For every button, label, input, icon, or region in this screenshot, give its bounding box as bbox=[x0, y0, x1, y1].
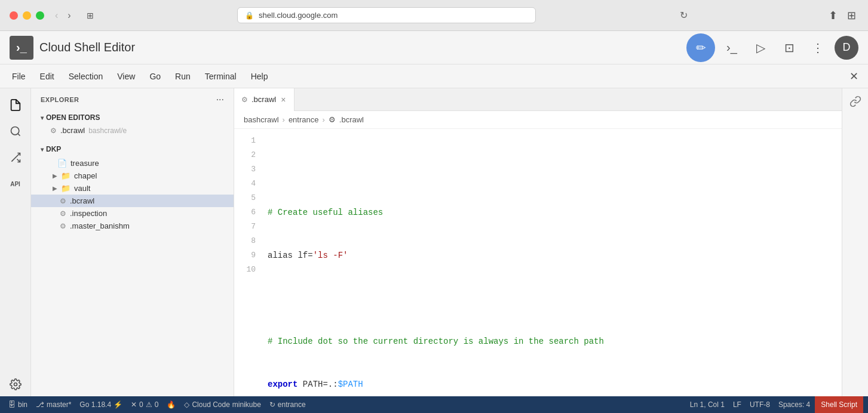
open-editor-filename: .bcrawl bbox=[60, 126, 85, 135]
gear-file-icon: ⚙ bbox=[50, 127, 57, 135]
close-button[interactable]: ✕ bbox=[845, 67, 863, 85]
more-button[interactable]: ⋮ bbox=[806, 36, 830, 60]
master-banishm-label: .master_banishm bbox=[70, 221, 130, 230]
status-fire[interactable]: 🔥 bbox=[163, 396, 179, 413]
status-go-version[interactable]: Go 1.18.4 ⚡ bbox=[76, 396, 126, 413]
status-entrance-label: entrance bbox=[278, 400, 306, 409]
close-traffic-light[interactable] bbox=[10, 11, 18, 20]
breadcrumb-entrance[interactable]: entrance bbox=[289, 115, 319, 124]
logo-icon: ›_ bbox=[10, 36, 33, 60]
status-position[interactable]: Ln 1, Col 1 bbox=[686, 396, 728, 413]
maximize-traffic-light[interactable] bbox=[36, 11, 44, 20]
editor-tabs: ⚙ .bcrawl × bbox=[234, 88, 842, 111]
terminal-button[interactable]: ›_ bbox=[720, 36, 744, 60]
sidebar-item-master-banishm[interactable]: ⚙ .master_banishm bbox=[31, 220, 234, 232]
dkp-section[interactable]: ▾ DKP bbox=[31, 141, 234, 157]
vault-folder-icon: 📁 bbox=[61, 184, 70, 193]
app-title: Cloud Shell Editor bbox=[39, 41, 135, 54]
settings-activity-icon[interactable] bbox=[4, 372, 27, 396]
code-line-3: alias lf='ls -F' bbox=[263, 248, 842, 263]
window-options-button[interactable]: ⊞ bbox=[82, 8, 99, 23]
menu-edit[interactable]: Edit bbox=[33, 68, 62, 85]
fire-icon: 🔥 bbox=[167, 400, 176, 409]
status-language[interactable]: Shell Script bbox=[815, 396, 863, 413]
tab-close-button[interactable]: × bbox=[280, 95, 287, 104]
status-minikube-label: minikube bbox=[232, 400, 261, 409]
code-line-1 bbox=[263, 162, 842, 177]
right-panel-icon[interactable] bbox=[842, 88, 868, 115]
edit-button[interactable]: ✏ bbox=[686, 33, 715, 62]
breadcrumb-file[interactable]: .bcrawl bbox=[339, 115, 364, 124]
menu-run[interactable]: Run bbox=[168, 68, 198, 85]
sidebar-item-chapel[interactable]: ▶ 📁 chapel bbox=[31, 169, 234, 182]
branch-icon: ⎇ bbox=[36, 400, 44, 409]
line-numbers: 1 2 3 4 5 6 7 8 9 10 bbox=[234, 129, 263, 396]
nav-arrows: ‹ › bbox=[51, 9, 75, 22]
status-branch-label: master* bbox=[47, 400, 71, 409]
svg-line-1 bbox=[17, 134, 20, 136]
go-version-label: Go 1.18.4 bbox=[79, 400, 111, 409]
status-cloud-code[interactable]: ◇ Cloud Code minikube bbox=[180, 396, 264, 413]
sidebar-item-bcrawl[interactable]: ⚙ .bcrawl bbox=[31, 195, 234, 207]
status-bar: 🗄 bin ⎇ master* Go 1.18.4 ⚡ ✕ 0 ⚠ 0 🔥 ◇ … bbox=[0, 396, 868, 413]
reload-button[interactable]: ↻ bbox=[680, 10, 688, 21]
back-button[interactable]: ‹ bbox=[51, 9, 62, 22]
breadcrumb-sep-1: › bbox=[283, 115, 285, 124]
tab-bcrawl[interactable]: ⚙ .bcrawl × bbox=[234, 88, 295, 111]
status-branch[interactable]: ⎇ master* bbox=[32, 396, 75, 413]
sidebar-item-treasure[interactable]: 📄 treasure bbox=[31, 157, 234, 169]
api-activity-icon[interactable]: API bbox=[4, 172, 27, 196]
sidebar-item-inspection[interactable]: ⚙ .inspection bbox=[31, 207, 234, 220]
code-area[interactable]: 1 2 3 4 5 6 7 8 9 10 # Create useful ali… bbox=[234, 129, 842, 396]
warning-icon: ⚠ bbox=[146, 400, 152, 409]
status-bin[interactable]: 🗄 bin bbox=[5, 396, 31, 413]
explorer-label: EXPLORER bbox=[41, 96, 79, 103]
menu-view[interactable]: View bbox=[110, 68, 142, 85]
open-editor-bcrawl[interactable]: ⚙ .bcrawl bashcrawl/e bbox=[31, 124, 234, 137]
preview-button[interactable]: ▷ bbox=[749, 36, 772, 60]
menu-help[interactable]: Help bbox=[244, 68, 275, 85]
lightning-icon: ⚡ bbox=[114, 400, 122, 409]
explorer-activity-icon[interactable] bbox=[4, 93, 27, 117]
sidebar-item-vault[interactable]: ▶ 📁 vault bbox=[31, 182, 234, 195]
sidebar-header: EXPLORER ··· bbox=[31, 88, 234, 111]
status-errors[interactable]: ✕ 0 ⚠ 0 bbox=[127, 396, 162, 413]
breadcrumb-gear-icon: ⚙ bbox=[329, 115, 336, 124]
chapel-arrow-icon: ▶ bbox=[53, 172, 57, 179]
layout-button[interactable]: ⊡ bbox=[777, 36, 801, 60]
cloud-code-icon: ◇ bbox=[184, 400, 189, 409]
status-spaces-label: Spaces: 4 bbox=[778, 400, 810, 409]
open-editors-section[interactable]: ▾ OPEN EDITORS bbox=[31, 111, 234, 124]
svg-point-0 bbox=[11, 127, 19, 135]
treasure-label: treasure bbox=[70, 159, 99, 168]
status-spaces[interactable]: Spaces: 4 bbox=[775, 396, 814, 413]
master-banishm-gear-icon: ⚙ bbox=[60, 222, 66, 230]
status-encoding[interactable]: UTF-8 bbox=[746, 396, 774, 413]
sidebar-more-button[interactable]: ··· bbox=[216, 94, 224, 105]
status-line-ending[interactable]: LF bbox=[729, 396, 745, 413]
status-sync[interactable]: ↻ entrance bbox=[266, 396, 309, 413]
menu-file[interactable]: File bbox=[5, 68, 33, 85]
tab-gear-icon: ⚙ bbox=[241, 95, 248, 104]
menu-go[interactable]: Go bbox=[142, 68, 168, 85]
status-position-label: Ln 1, Col 1 bbox=[690, 400, 725, 409]
avatar[interactable]: D bbox=[835, 36, 858, 60]
app-header: ›_ Cloud Shell Editor ✏ ›_ ▷ ⊡ ⋮ D bbox=[0, 31, 868, 64]
code-content[interactable]: # Create useful aliases alias lf='ls -F'… bbox=[263, 129, 842, 396]
minimize-traffic-light[interactable] bbox=[23, 11, 31, 20]
menu-terminal[interactable]: Terminal bbox=[198, 68, 244, 85]
status-warnings-label: 0 bbox=[155, 400, 159, 409]
dkp-label: DKP bbox=[46, 145, 61, 153]
search-activity-icon[interactable] bbox=[4, 119, 27, 143]
code-line-2: # Create useful aliases bbox=[263, 205, 842, 220]
inspection-gear-icon: ⚙ bbox=[60, 209, 66, 218]
grid-button[interactable]: ⊞ bbox=[845, 7, 858, 24]
bcrawl-label: .bcrawl bbox=[70, 196, 94, 205]
forward-button[interactable]: › bbox=[64, 9, 74, 22]
address-bar[interactable]: 🔒 shell.cloud.google.com bbox=[237, 7, 536, 23]
menu-selection[interactable]: Selection bbox=[62, 68, 111, 85]
breadcrumb-bashcrawl[interactable]: bashcrawl bbox=[244, 115, 279, 124]
extensions-activity-icon[interactable] bbox=[4, 146, 27, 169]
share-button[interactable]: ⬆ bbox=[826, 7, 840, 24]
inspection-label: .inspection bbox=[70, 209, 107, 218]
